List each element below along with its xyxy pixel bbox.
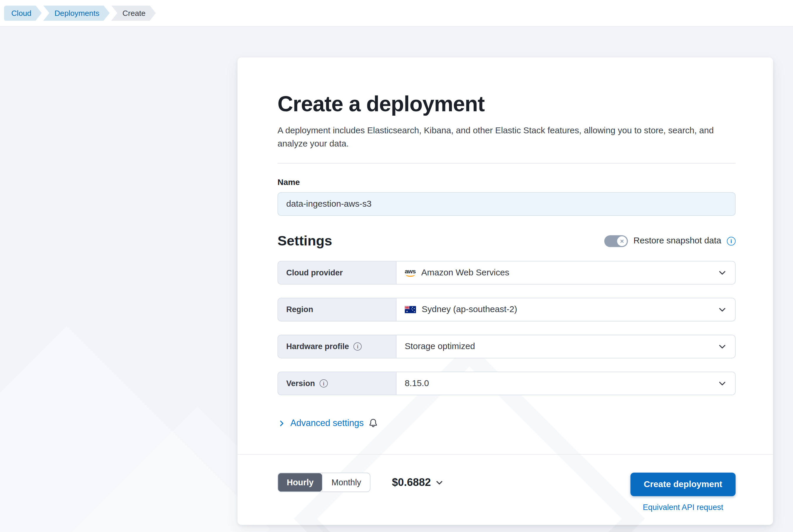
page-root: Cloud Deployments Create Create a deploy… — [0, 0, 793, 532]
restore-snapshot-group: × Restore snapshot data i — [604, 235, 736, 247]
page-title: Create a deployment — [278, 91, 736, 117]
divider — [278, 163, 736, 164]
price-value: $0.6882 — [392, 476, 431, 489]
bell-icon — [368, 418, 378, 428]
advanced-settings-link[interactable]: Advanced settings — [278, 418, 378, 429]
price-dropdown[interactable]: $0.6882 — [392, 473, 444, 492]
hardware-profile-label: Hardware profile i — [278, 335, 396, 358]
row-label-text: Cloud provider — [286, 268, 343, 277]
breadcrumb-create: Create — [111, 5, 156, 21]
restore-snapshot-label: Restore snapshot data — [633, 236, 721, 246]
region-value: Sydney (ap-southeast-2) — [422, 304, 517, 315]
info-icon[interactable]: i — [353, 342, 362, 350]
row-label-text: Version — [286, 379, 315, 388]
cloud-provider-value: Amazon Web Services — [421, 267, 510, 278]
create-deployment-button[interactable]: Create deployment — [630, 473, 736, 496]
footer-actions: Create deployment Equivalent API request — [630, 473, 736, 512]
cloud-provider-row: Cloud provider aws Amazon Web Services — [278, 261, 736, 285]
info-icon[interactable]: i — [320, 379, 328, 387]
chevron-down-icon — [718, 379, 727, 388]
cloud-provider-label: Cloud provider — [278, 261, 396, 284]
name-label: Name — [278, 178, 736, 187]
settings-header-row: Settings × Restore snapshot data i — [278, 232, 736, 250]
row-label-text: Region — [286, 305, 313, 314]
create-deployment-card: Create a deployment A deployment include… — [237, 58, 773, 525]
chevron-down-icon — [718, 342, 727, 351]
row-label-text: Hardware profile — [286, 342, 349, 351]
equivalent-api-request-link[interactable]: Equivalent API request — [643, 503, 723, 512]
australia-flag-icon — [405, 306, 416, 313]
region-label: Region — [278, 298, 396, 321]
billing-hourly-button[interactable]: Hourly — [278, 473, 322, 492]
version-value: 8.15.0 — [405, 378, 429, 388]
page-subtitle: A deployment includes Elasticsearch, Kib… — [278, 124, 719, 151]
deployment-name-input[interactable] — [278, 192, 736, 216]
chevron-down-icon — [718, 305, 727, 314]
advanced-settings-label: Advanced settings — [290, 418, 364, 429]
info-icon[interactable]: i — [727, 236, 736, 245]
card-body: Create a deployment A deployment include… — [237, 58, 773, 430]
chevron-right-icon — [278, 419, 286, 427]
hardware-profile-select[interactable]: Storage optimized — [396, 335, 735, 358]
main-area: Create a deployment A deployment include… — [0, 27, 793, 532]
hardware-profile-row: Hardware profile i Storage optimized — [278, 335, 736, 358]
settings-form: Cloud provider aws Amazon Web Services — [278, 261, 736, 395]
breadcrumb-cloud[interactable]: Cloud — [4, 5, 42, 21]
restore-snapshot-toggle[interactable]: × — [604, 235, 628, 247]
billing-interval-toggle: Hourly Monthly — [278, 473, 370, 492]
version-select[interactable]: 8.15.0 — [396, 372, 735, 395]
region-row: Region — [278, 298, 736, 321]
region-select[interactable]: Sydney (ap-southeast-2) — [396, 298, 735, 321]
aws-icon: aws — [405, 269, 416, 277]
billing-monthly-button[interactable]: Monthly — [322, 473, 370, 492]
breadcrumb-bar: Cloud Deployments Create — [0, 0, 793, 27]
version-label: Version i — [278, 372, 396, 395]
hardware-profile-value: Storage optimized — [405, 341, 475, 352]
card-footer: Hourly Monthly $0.6882 Create deployment… — [237, 454, 773, 525]
toggle-knob-x-icon: × — [617, 236, 627, 246]
cloud-provider-select[interactable]: aws Amazon Web Services — [396, 261, 735, 284]
breadcrumb-deployments[interactable]: Deployments — [43, 5, 110, 21]
breadcrumb: Cloud Deployments Create — [4, 5, 158, 21]
chevron-down-icon — [435, 478, 444, 487]
settings-heading: Settings — [278, 233, 332, 249]
chevron-down-icon — [718, 268, 727, 277]
version-row: Version i 8.15.0 — [278, 372, 736, 395]
